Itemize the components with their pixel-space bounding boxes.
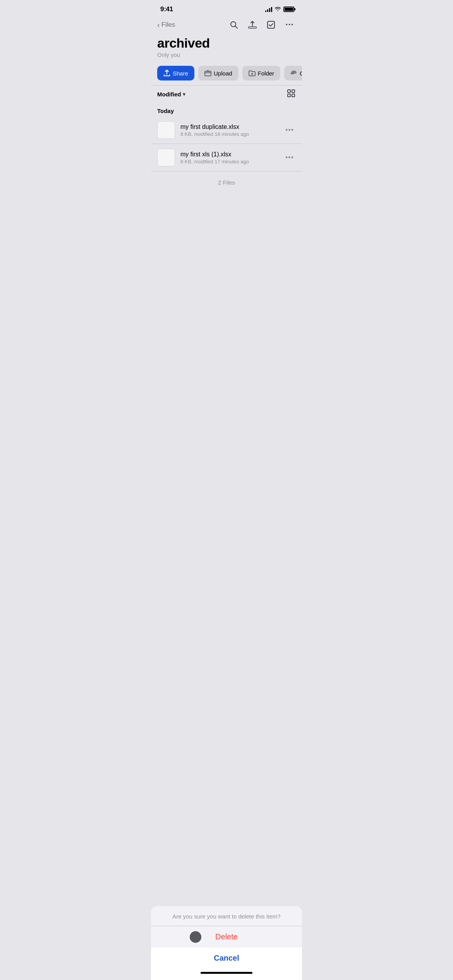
status-time: 9:41 <box>160 5 173 13</box>
nav-bar: ‹ Files ··· <box>151 15 302 34</box>
more-dots-icon: ••• <box>285 126 294 134</box>
file-info: my first duplicate.xlsx 8 KB, modified 1… <box>180 123 283 137</box>
back-chevron-icon: ‹ <box>157 21 160 29</box>
share-button[interactable]: Share <box>157 66 194 81</box>
sort-button[interactable]: Modified ▾ <box>157 91 185 98</box>
search-icon <box>230 21 238 29</box>
select-button[interactable] <box>265 19 277 31</box>
sort-bar: Modified ▾ <box>151 85 302 103</box>
file-info: my first xls (1).xlsx 8 KB, modified 17 … <box>180 151 283 164</box>
sort-chevron-icon: ▾ <box>183 91 185 97</box>
offline-button[interactable]: Offline <box>284 66 302 81</box>
file-name: my first xls (1).xlsx <box>180 151 283 158</box>
folder-title: archived <box>157 36 296 51</box>
page-header: archived Only you <box>151 34 302 63</box>
svg-rect-7 <box>292 94 295 97</box>
file-list: Today my first duplicate.xlsx 8 KB, modi… <box>151 103 302 197</box>
new-folder-button[interactable]: Folder <box>242 66 281 81</box>
nav-actions: ··· <box>228 19 296 31</box>
more-icon: ··· <box>285 20 293 30</box>
back-label: Files <box>161 21 175 29</box>
list-item[interactable]: my first duplicate.xlsx 8 KB, modified 1… <box>151 117 302 144</box>
battery-icon <box>283 7 294 12</box>
file-name: my first duplicate.xlsx <box>180 123 283 130</box>
folder-icon <box>249 70 256 77</box>
file-count: 2 Files <box>151 171 302 197</box>
svg-rect-6 <box>288 94 290 97</box>
more-dots-icon: ••• <box>285 154 294 162</box>
file-meta: 8 KB, modified 17 minutes ago <box>180 159 283 164</box>
status-icons <box>265 6 294 13</box>
select-icon <box>267 21 275 29</box>
upload-button[interactable] <box>246 19 259 31</box>
folder-subtitle: Only you <box>157 51 296 58</box>
upload-icon <box>248 21 257 29</box>
upload-folder-button[interactable]: Upload <box>198 66 239 81</box>
section-header-today: Today <box>151 103 302 117</box>
file-more-button[interactable]: ••• <box>283 151 296 164</box>
sort-label-text: Modified <box>157 91 181 98</box>
upload-folder-icon <box>204 70 211 77</box>
offline-icon <box>290 70 297 77</box>
share-icon <box>163 70 170 77</box>
svg-rect-1 <box>249 27 256 28</box>
file-thumbnail <box>157 149 175 166</box>
content-spacer <box>151 197 302 290</box>
svg-rect-3 <box>205 71 211 76</box>
wifi-icon <box>275 6 281 13</box>
grid-toggle-button[interactable] <box>287 89 296 100</box>
file-more-button[interactable]: ••• <box>283 124 296 136</box>
svg-rect-4 <box>288 90 290 93</box>
back-button[interactable]: ‹ Files <box>154 19 178 31</box>
svg-rect-5 <box>292 90 295 93</box>
signal-bars-icon <box>265 7 272 12</box>
more-button[interactable]: ··· <box>283 19 296 31</box>
file-thumbnail <box>157 121 175 139</box>
search-button[interactable] <box>228 19 240 31</box>
svg-rect-2 <box>268 21 275 28</box>
list-item[interactable]: my first xls (1).xlsx 8 KB, modified 17 … <box>151 144 302 171</box>
action-buttons-row: Share Upload Folder Offline <box>151 63 302 85</box>
file-meta: 8 KB, modified 18 minutes ago <box>180 131 283 137</box>
grid-icon <box>287 89 296 98</box>
status-bar: 9:41 <box>151 0 302 15</box>
